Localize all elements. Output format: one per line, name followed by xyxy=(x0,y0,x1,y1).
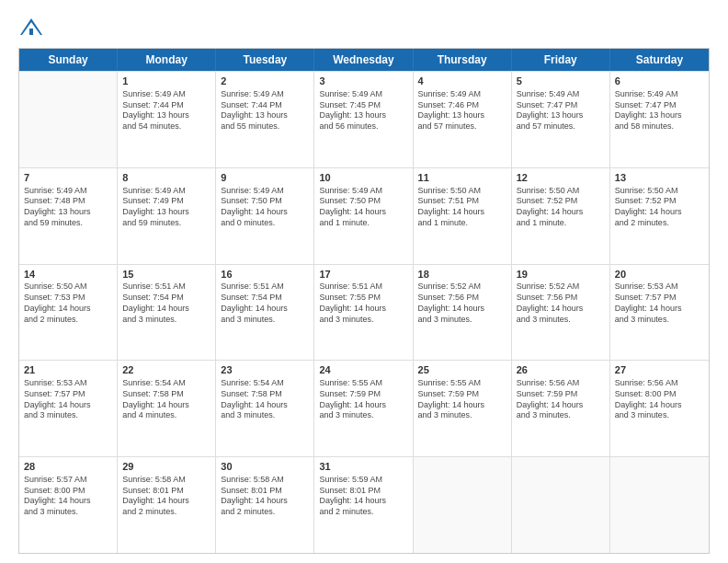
day-number: 23 xyxy=(221,363,309,377)
empty-cell-4-5 xyxy=(512,457,610,553)
cell-line: Sunrise: 5:51 AM xyxy=(122,282,210,293)
cell-line: and 2 minutes. xyxy=(615,218,704,229)
cell-line: Sunrise: 5:55 AM xyxy=(319,378,407,389)
cell-line: Sunset: 7:48 PM xyxy=(24,196,112,207)
day-cell-4: 4Sunrise: 5:49 AMSunset: 7:46 PMDaylight… xyxy=(414,72,512,167)
cell-line: Sunset: 7:49 PM xyxy=(122,196,210,207)
cell-line: Sunrise: 5:49 AM xyxy=(319,186,407,197)
day-cell-28: 28Sunrise: 5:57 AMSunset: 8:00 PMDayligh… xyxy=(19,457,118,553)
day-number: 2 xyxy=(221,75,309,88)
cell-line: Sunset: 7:53 PM xyxy=(24,293,112,304)
day-cell-23: 23Sunrise: 5:54 AMSunset: 7:58 PMDayligh… xyxy=(216,361,314,456)
cell-line: Daylight: 14 hours xyxy=(517,400,605,411)
day-number: 16 xyxy=(221,268,309,282)
day-cell-5: 5Sunrise: 5:49 AMSunset: 7:47 PMDaylight… xyxy=(512,72,610,167)
day-cell-26: 26Sunrise: 5:56 AMSunset: 7:59 PMDayligh… xyxy=(512,361,610,456)
header xyxy=(18,15,710,40)
cell-line: Sunrise: 5:59 AM xyxy=(319,475,407,486)
cell-line: and 57 minutes. xyxy=(517,121,605,132)
header-day-thursday: Thursday xyxy=(414,49,512,71)
cell-line: Daylight: 13 hours xyxy=(122,110,210,121)
cell-line: Sunset: 7:54 PM xyxy=(221,293,309,304)
cell-line: Sunrise: 5:54 AM xyxy=(221,378,309,389)
cell-line: Daylight: 14 hours xyxy=(221,304,309,315)
day-cell-21: 21Sunrise: 5:53 AMSunset: 7:57 PMDayligh… xyxy=(19,361,118,456)
cell-line: Sunrise: 5:50 AM xyxy=(517,186,605,197)
cell-line: Daylight: 14 hours xyxy=(319,400,407,411)
cell-line: Sunset: 7:59 PM xyxy=(517,389,605,400)
day-number: 28 xyxy=(24,460,112,474)
cell-line: Sunset: 7:45 PM xyxy=(319,100,407,111)
day-cell-27: 27Sunrise: 5:56 AMSunset: 8:00 PMDayligh… xyxy=(610,361,709,456)
cell-line: Daylight: 14 hours xyxy=(517,207,605,218)
cell-line: Sunset: 7:46 PM xyxy=(418,100,506,111)
cell-line: Sunrise: 5:55 AM xyxy=(418,378,506,389)
cell-line: and 3 minutes. xyxy=(24,507,112,518)
day-number: 11 xyxy=(418,171,506,185)
cell-line: and 54 minutes. xyxy=(122,121,210,132)
day-cell-22: 22Sunrise: 5:54 AMSunset: 7:58 PMDayligh… xyxy=(118,361,216,456)
cell-line: Sunrise: 5:52 AM xyxy=(517,282,605,293)
cell-line: and 4 minutes. xyxy=(122,410,210,421)
cell-line: Sunset: 7:59 PM xyxy=(418,389,506,400)
cell-line: Sunrise: 5:52 AM xyxy=(418,282,506,293)
calendar: SundayMondayTuesdayWednesdayThursdayFrid… xyxy=(18,48,710,554)
day-cell-30: 30Sunrise: 5:58 AMSunset: 8:01 PMDayligh… xyxy=(216,457,314,553)
cell-line: Daylight: 14 hours xyxy=(122,400,210,411)
cell-line: Sunrise: 5:49 AM xyxy=(122,186,210,197)
page: SundayMondayTuesdayWednesdayThursdayFrid… xyxy=(0,0,728,563)
cell-line: Sunset: 7:44 PM xyxy=(122,100,210,111)
cell-line: Sunrise: 5:50 AM xyxy=(24,282,112,293)
cell-line: Daylight: 14 hours xyxy=(221,207,309,218)
cell-line: Sunset: 7:52 PM xyxy=(517,196,605,207)
day-number: 26 xyxy=(517,363,605,377)
cell-line: Daylight: 14 hours xyxy=(221,400,309,411)
cell-line: Daylight: 14 hours xyxy=(615,400,704,411)
day-number: 21 xyxy=(24,363,112,377)
calendar-row-0: 1Sunrise: 5:49 AMSunset: 7:44 PMDaylight… xyxy=(19,71,709,167)
cell-line: Sunrise: 5:49 AM xyxy=(615,89,704,100)
cell-line: Sunrise: 5:49 AM xyxy=(418,89,506,100)
cell-line: Sunrise: 5:56 AM xyxy=(517,378,605,389)
cell-line: and 1 minute. xyxy=(517,218,605,229)
cell-line: Sunset: 7:54 PM xyxy=(122,293,210,304)
cell-line: Sunrise: 5:49 AM xyxy=(319,89,407,100)
cell-line: Sunset: 7:44 PM xyxy=(221,100,309,111)
day-number: 14 xyxy=(24,268,112,282)
day-cell-18: 18Sunrise: 5:52 AMSunset: 7:56 PMDayligh… xyxy=(414,265,512,361)
empty-cell-4-4 xyxy=(414,457,512,553)
cell-line: Sunset: 7:57 PM xyxy=(24,389,112,400)
day-cell-25: 25Sunrise: 5:55 AMSunset: 7:59 PMDayligh… xyxy=(414,361,512,456)
cell-line: Daylight: 14 hours xyxy=(418,400,506,411)
day-cell-15: 15Sunrise: 5:51 AMSunset: 7:54 PMDayligh… xyxy=(118,265,216,361)
header-day-monday: Monday xyxy=(118,49,216,71)
cell-line: Daylight: 13 hours xyxy=(615,110,704,121)
cell-line: Sunrise: 5:51 AM xyxy=(221,282,309,293)
day-cell-3: 3Sunrise: 5:49 AMSunset: 7:45 PMDaylight… xyxy=(314,72,413,167)
day-cell-29: 29Sunrise: 5:58 AMSunset: 8:01 PMDayligh… xyxy=(118,457,216,553)
day-number: 6 xyxy=(615,75,704,88)
logo-icon xyxy=(18,15,44,40)
cell-line: and 3 minutes. xyxy=(517,315,605,326)
header-day-friday: Friday xyxy=(512,49,610,71)
cell-line: and 2 minutes. xyxy=(221,507,309,518)
cell-line: and 3 minutes. xyxy=(319,410,407,421)
cell-line: Daylight: 14 hours xyxy=(615,207,704,218)
day-number: 4 xyxy=(418,75,506,88)
cell-line: Daylight: 14 hours xyxy=(24,304,112,315)
cell-line: Sunset: 7:51 PM xyxy=(418,196,506,207)
cell-line: Daylight: 13 hours xyxy=(24,207,112,218)
day-number: 24 xyxy=(319,363,407,377)
day-number: 27 xyxy=(615,363,704,377)
cell-line: Sunrise: 5:56 AM xyxy=(615,378,704,389)
cell-line: Daylight: 14 hours xyxy=(615,304,704,315)
cell-line: Sunset: 7:50 PM xyxy=(319,196,407,207)
day-number: 22 xyxy=(122,363,210,377)
cell-line: Sunset: 7:56 PM xyxy=(517,293,605,304)
cell-line: and 1 minute. xyxy=(418,218,506,229)
day-number: 13 xyxy=(615,171,704,185)
cell-line: and 3 minutes. xyxy=(615,410,704,421)
cell-line: Daylight: 14 hours xyxy=(24,496,112,507)
cell-line: Sunset: 7:50 PM xyxy=(221,196,309,207)
cell-line: Sunrise: 5:50 AM xyxy=(615,186,704,197)
